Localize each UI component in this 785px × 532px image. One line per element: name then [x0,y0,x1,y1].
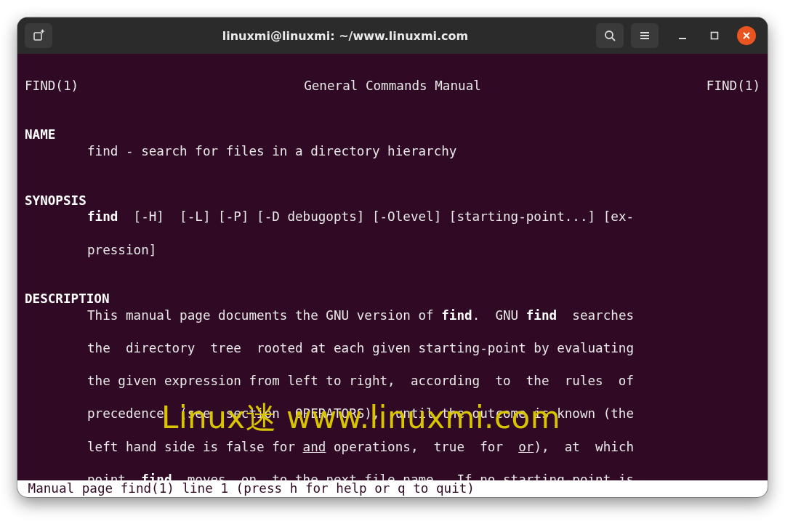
section-synopsis: SYNOPSIS [25,193,86,208]
man-status-line: Manual page find(1) line 1 (press h for … [17,480,768,497]
desc-line-3: the given expression from left to right,… [25,373,760,390]
synopsis-cmd: find [87,209,118,224]
hamburger-menu-button[interactable] [631,23,659,48]
section-name: NAME [25,127,55,142]
name-line: find - search for files in a directory h… [25,143,760,160]
terminal-window: linuxmi@linuxmi: ~/www.linuxmi.com FIND [17,17,768,497]
section-description: DESCRIPTION [25,291,110,306]
desc-line-1: This manual page documents the GNU versi… [25,307,760,324]
man-header-right: FIND(1) [706,78,760,94]
svg-point-1 [605,31,613,39]
close-button[interactable] [737,26,756,45]
terminal-viewport[interactable]: FIND(1)General Commands ManualFIND(1) NA… [17,54,768,480]
titlebar: linuxmi@linuxmi: ~/www.linuxmi.com [17,17,768,54]
minimize-button[interactable] [673,26,692,45]
window-controls [666,26,760,45]
man-header-left: FIND(1) [25,78,78,94]
search-button[interactable] [596,23,624,48]
maximize-button[interactable] [705,26,724,45]
man-header-row: FIND(1)General Commands ManualFIND(1) [25,78,760,94]
desc-line-5: left hand side is false for and operatio… [25,439,760,456]
window-title: linuxmi@linuxmi: ~/www.linuxmi.com [102,29,589,43]
synopsis-line-2: pression] [25,242,760,259]
synopsis-rest-1: [-H] [-L] [-P] [-D debugopts] [-Olevel] … [118,209,634,224]
man-header-center: General Commands Manual [304,78,481,94]
synopsis-line-1: find [-H] [-L] [-P] [-D debugopts] [-Ole… [25,209,760,225]
desc-line-2: the directory tree rooted at each given … [25,340,760,357]
svg-rect-0 [34,33,41,40]
desc-line-6: point find moves on to the next file nam… [25,472,760,481]
svg-rect-2 [712,33,718,39]
new-tab-button[interactable] [25,23,52,48]
desc-line-4: precedence (see section OPERATORS), unti… [25,406,760,422]
